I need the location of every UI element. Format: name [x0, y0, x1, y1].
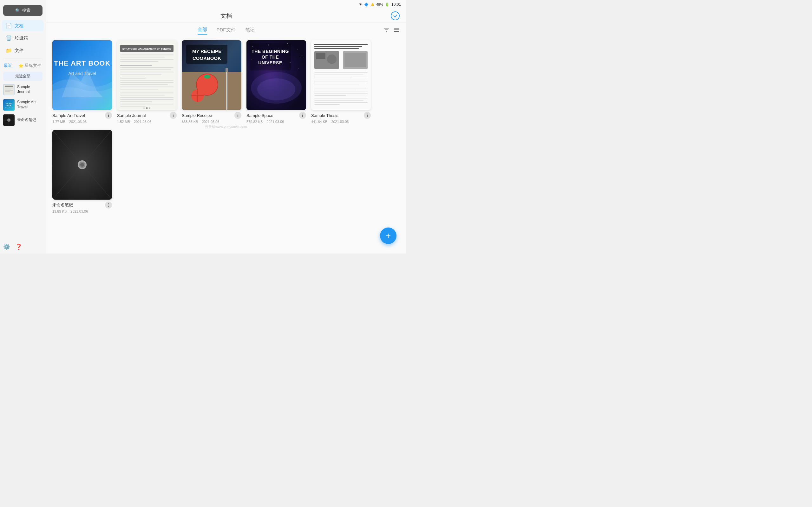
recent-file-sample-journal[interactable]: Sample Journal — [0, 82, 46, 97]
doc-more-sample-journal[interactable] — [170, 112, 177, 119]
svg-rect-4 — [5, 90, 13, 91]
search-bar[interactable]: 🔍 搜索 — [3, 5, 43, 16]
svg-point-82 — [297, 49, 298, 50]
svg-point-135 — [108, 206, 109, 207]
doc-meta-sample-journal: 1.52 MB 2021.03.06 — [117, 120, 177, 124]
svg-rect-34 — [120, 65, 152, 66]
svg-rect-49 — [120, 101, 152, 102]
bluetooth-icon: 🔷 — [364, 3, 368, 7]
sidebar-bottom: ⚙️ ❓ — [0, 240, 46, 253]
doc-size-unnamed-note: 13.89 KB — [52, 210, 67, 213]
grid-row-2: 未命名笔记 13.89 KB 2021.03.06 — [52, 130, 400, 213]
svg-point-95 — [302, 115, 303, 116]
svg-rect-107 — [314, 74, 363, 74]
recent-all-button[interactable]: 最近全部 — [3, 72, 43, 81]
add-button[interactable]: + — [380, 228, 397, 244]
sidebar-item-files[interactable]: 📁 文件 — [2, 45, 44, 56]
recent-file-sample-art-travel[interactable]: THE ART BOOK Art and Travel Sample Art T… — [0, 97, 46, 112]
svg-rect-115 — [314, 92, 368, 92]
svg-point-52 — [143, 107, 145, 109]
doc-size-sample-receipe: 868.55 KB — [182, 120, 198, 124]
settings-icon[interactable]: ⚙️ — [3, 243, 10, 250]
svg-rect-30 — [120, 55, 173, 55]
doc-name-sample-receipe: Sample Receipe — [182, 113, 233, 118]
tab-notes[interactable]: 笔记 — [245, 27, 255, 34]
sidebar-item-trash[interactable]: 🗑️ 垃圾箱 — [2, 33, 44, 44]
doc-more-sample-receipe[interactable] — [235, 112, 241, 119]
doc-thumb-sample-receipe[interactable]: MY RECEIPE COOKBOOK — [182, 40, 241, 110]
recent-tab[interactable]: 最近 — [4, 63, 12, 68]
recent-thumb-sample-art-travel: THE ART BOOK Art and Travel — [3, 99, 14, 111]
search-label: 搜索 — [22, 8, 31, 13]
svg-rect-118 — [314, 99, 368, 99]
recent-thumb-unnamed-note — [3, 114, 14, 126]
svg-rect-41 — [120, 82, 173, 83]
star-icon: ⭐ — [18, 63, 23, 68]
battery-level: 48% — [376, 3, 383, 6]
svg-rect-19 — [394, 31, 399, 32]
doc-more-sample-thesis[interactable] — [364, 112, 371, 119]
svg-point-74 — [238, 116, 238, 117]
doc-size-sample-thesis: 441.64 KB — [311, 120, 327, 124]
svg-rect-110 — [314, 81, 368, 81]
doc-more-sample-space[interactable] — [299, 112, 306, 119]
svg-rect-46 — [120, 95, 165, 96]
svg-rect-31 — [120, 57, 165, 58]
sidebar: 🔍 搜索 📄 文档 🗑️ 垃圾箱 📁 文件 最近 ⭐ 星标文件 最近全部 — [0, 0, 46, 253]
doc-name-sample-space: Sample Space — [247, 113, 298, 118]
doc-thumb-unnamed-note[interactable] — [52, 130, 112, 200]
doc-date-sample-space: 2021.03.06 — [266, 120, 284, 124]
svg-rect-103 — [316, 53, 325, 59]
svg-point-89 — [257, 78, 295, 101]
svg-rect-116 — [314, 94, 368, 94]
recent-label-sample-art-travel: Sample Art Travel — [17, 100, 43, 110]
cover-art-travel: THE ART BOOK Art and Travel — [52, 40, 112, 110]
svg-point-122 — [367, 114, 368, 114]
svg-point-56 — [173, 115, 173, 116]
recent-file-unnamed-note[interactable]: 未命名笔记 — [0, 112, 46, 128]
doc-thumb-sample-thesis[interactable] — [311, 40, 371, 110]
svg-rect-42 — [120, 84, 168, 85]
doc-thumb-sample-space[interactable]: THE BEGINNING OF THE UNIVERSE — [247, 40, 306, 110]
doc-card-sample-journal: STRATEGIC MANAGEMENT OF TENURE — [117, 40, 177, 124]
svg-rect-40 — [120, 80, 173, 81]
tab-all[interactable]: 全部 — [198, 26, 207, 35]
svg-rect-111 — [314, 83, 368, 83]
svg-point-134 — [108, 205, 109, 205]
filter-icon[interactable] — [383, 26, 390, 35]
svg-rect-97 — [311, 40, 371, 110]
check-button[interactable] — [391, 11, 400, 20]
doc-date-sample-thesis: 2021.03.06 — [331, 120, 349, 124]
svg-rect-5 — [5, 91, 10, 92]
starred-tab[interactable]: ⭐ 星标文件 — [18, 63, 41, 68]
help-icon[interactable]: ❓ — [15, 243, 22, 250]
doc-date-sample-art-travel: 2021.03.06 — [69, 120, 87, 124]
main-header: 文档 — [46, 9, 406, 23]
doc-meta-sample-thesis: 441.64 KB 2021.03.06 — [311, 120, 371, 124]
doc-info-sample-art-travel: Sample Art Travel — [52, 112, 112, 119]
doc-name-sample-thesis: Sample Thesis — [311, 113, 362, 118]
doc-thumb-sample-art-travel[interactable]: THE ART BOOK Art and Travel — [52, 40, 112, 110]
svg-rect-69 — [186, 45, 227, 64]
svg-rect-35 — [120, 67, 173, 68]
svg-rect-47 — [120, 97, 173, 98]
tab-pdf[interactable]: PDF文件 — [217, 27, 236, 34]
svg-rect-38 — [120, 74, 161, 75]
svg-point-94 — [302, 114, 303, 114]
list-view-icon[interactable] — [393, 26, 400, 35]
svg-text:OF THE: OF THE — [262, 55, 279, 60]
doc-more-sample-art-travel[interactable] — [105, 112, 112, 119]
grid-row-1: THE ART BOOK Art and Travel Sample Art T… — [52, 40, 400, 124]
svg-point-57 — [173, 116, 173, 117]
svg-rect-117 — [314, 95, 346, 96]
svg-rect-39 — [120, 78, 146, 78]
doc-thumb-sample-journal[interactable]: STRATEGIC MANAGEMENT OF TENURE — [117, 40, 177, 110]
doc-more-unnamed-note[interactable] — [105, 202, 112, 209]
recent-section-header: 最近 ⭐ 星标文件 — [0, 61, 46, 70]
svg-text:STRATEGIC MANAGEMENT OF TENURE: STRATEGIC MANAGEMENT OF TENURE — [122, 48, 171, 50]
svg-rect-33 — [120, 61, 158, 62]
battery-icon: 🔋 — [385, 3, 390, 7]
sidebar-item-documents[interactable]: 📄 文档 — [2, 20, 44, 32]
svg-rect-17 — [394, 28, 399, 29]
svg-rect-44 — [120, 89, 158, 90]
